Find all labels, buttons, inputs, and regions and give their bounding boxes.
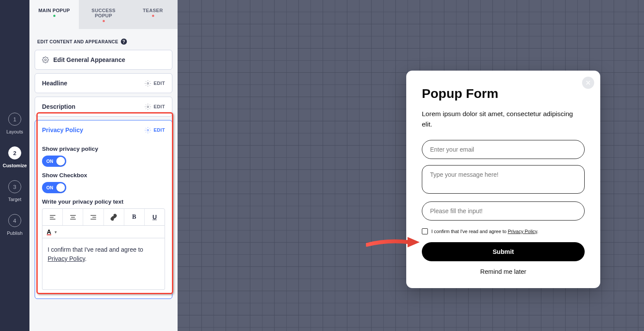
edit-button[interactable]: EDIT xyxy=(145,104,165,110)
card-headline[interactable]: Headline EDIT xyxy=(35,73,172,93)
edit-button[interactable]: EDIT xyxy=(145,80,165,87)
tab-label: SUCCESS POPUP xyxy=(91,8,115,18)
rte-text-before: I confirm that I've read and agree to xyxy=(48,246,143,253)
step-label: Publish xyxy=(7,230,23,236)
step-number: 3 xyxy=(8,180,21,193)
panel-scroll-area[interactable]: EDIT CONTENT AND APPEARANCE ? Edit Gener… xyxy=(29,29,178,311)
status-dot-icon xyxy=(152,15,154,17)
card-title: Edit General Appearance xyxy=(53,56,165,63)
popup-description: Lorem ipsum dolor sit amet, consectetur … xyxy=(422,109,585,130)
tab-label: TEASER xyxy=(143,8,163,13)
svg-point-2 xyxy=(147,106,149,107)
wizard-steps-rail: 1 Layouts 2 Customize 3 Target 4 Publish xyxy=(0,0,29,331)
align-center-icon[interactable] xyxy=(63,209,83,225)
toggle-knob xyxy=(56,157,65,166)
privacy-checkbox[interactable] xyxy=(422,228,428,234)
rte-text-after: . xyxy=(85,255,87,262)
edit-button[interactable]: EDIT xyxy=(145,127,165,133)
bold-icon[interactable]: B xyxy=(124,209,145,225)
chevron-down-icon[interactable]: ▾ xyxy=(55,230,57,234)
step-label: Target xyxy=(8,197,22,202)
step-number: 2 xyxy=(8,146,21,159)
toggle-text: ON xyxy=(46,156,53,167)
tab-main-popup[interactable]: MAIN POPUP xyxy=(29,0,79,29)
step-customize[interactable]: 2 Customize xyxy=(3,146,27,168)
popup-title: Popup Form xyxy=(422,86,585,101)
pp-before: I confirm that I've read and agree to xyxy=(431,229,508,234)
card-title: Privacy Policy xyxy=(42,127,140,133)
submit-button[interactable]: Submit xyxy=(422,242,585,261)
canvas: Popup Form Lorem ipsum dolor sit amet, c… xyxy=(178,0,644,331)
status-dot-icon xyxy=(53,15,55,17)
gear-icon xyxy=(42,56,49,63)
card-general-appearance[interactable]: Edit General Appearance xyxy=(35,50,172,70)
step-target[interactable]: 3 Target xyxy=(8,180,22,202)
toggle-text: ON xyxy=(46,182,53,193)
card-body: Show privacy policy ON Show Checkbox ON … xyxy=(35,137,172,299)
privacy-text: I confirm that I've read and agree to Pr… xyxy=(431,229,538,234)
popup-type-tabs: MAIN POPUP SUCCESS POPUP TEASER xyxy=(29,0,178,29)
rte-link[interactable]: Privacy Policy xyxy=(48,255,85,262)
privacy-link[interactable]: Privacy Policy xyxy=(508,229,537,234)
rte-toolbar-row2: A ▾ xyxy=(42,226,165,238)
align-right-icon[interactable] xyxy=(83,209,104,225)
svg-point-1 xyxy=(147,82,149,84)
tab-label: MAIN POPUP xyxy=(39,8,70,13)
card-header[interactable]: Privacy Policy EDIT xyxy=(35,120,172,137)
step-publish[interactable]: 4 Publish xyxy=(7,214,23,236)
step-number: 4 xyxy=(8,214,21,227)
field-label-show-checkbox: Show Checkbox xyxy=(42,172,165,178)
privacy-row: I confirm that I've read and agree to Pr… xyxy=(422,228,585,234)
close-icon xyxy=(585,80,591,86)
extra-input[interactable] xyxy=(422,201,585,221)
tab-teaser[interactable]: TEASER xyxy=(128,0,178,29)
close-button[interactable] xyxy=(582,77,594,89)
step-label: Customize xyxy=(3,163,27,168)
message-input[interactable] xyxy=(422,165,585,194)
edit-label: EDIT xyxy=(154,127,165,133)
remind-later-link[interactable]: Remind me later xyxy=(422,268,585,275)
status-dot-icon xyxy=(103,20,105,22)
align-left-icon[interactable] xyxy=(42,209,63,225)
help-icon[interactable]: ? xyxy=(121,39,127,45)
field-label-show-privacy: Show privacy policy xyxy=(42,146,165,152)
card-description[interactable]: Description EDIT xyxy=(35,97,172,117)
toggle-knob xyxy=(56,183,65,192)
field-label-write-text: Write your privacy policy text xyxy=(42,198,165,205)
step-label: Layouts xyxy=(6,129,23,134)
card-title: Description xyxy=(42,103,140,110)
font-color-icon[interactable]: A xyxy=(47,228,51,235)
section-title: EDIT CONTENT AND APPEARANCE xyxy=(37,39,118,44)
svg-point-0 xyxy=(45,59,46,61)
toggle-show-checkbox[interactable]: ON xyxy=(42,182,66,193)
email-input[interactable] xyxy=(422,140,585,159)
card-privacy-policy: Privacy Policy EDIT Show privacy policy … xyxy=(35,120,172,299)
edit-label: EDIT xyxy=(154,81,165,86)
underline-icon[interactable]: U xyxy=(145,209,165,225)
step-layouts[interactable]: 1 Layouts xyxy=(6,113,23,134)
edit-label: EDIT xyxy=(154,104,165,109)
card-title: Headline xyxy=(42,80,140,87)
tab-success-popup[interactable]: SUCCESS POPUP xyxy=(79,0,128,29)
customize-panel: MAIN POPUP SUCCESS POPUP TEASER EDIT CON… xyxy=(29,0,178,331)
rte-toolbar: B U xyxy=(42,208,165,226)
section-heading: EDIT CONTENT AND APPEARANCE ? xyxy=(35,29,172,50)
link-icon[interactable] xyxy=(104,209,124,225)
step-number: 1 xyxy=(8,113,21,126)
pp-after: . xyxy=(537,229,538,234)
toggle-show-privacy[interactable]: ON xyxy=(42,156,66,167)
popup-preview: Popup Form Lorem ipsum dolor sit amet, c… xyxy=(406,71,600,288)
svg-point-3 xyxy=(147,129,149,131)
privacy-text-editor[interactable]: I confirm that I've read and agree to Pr… xyxy=(42,238,165,290)
